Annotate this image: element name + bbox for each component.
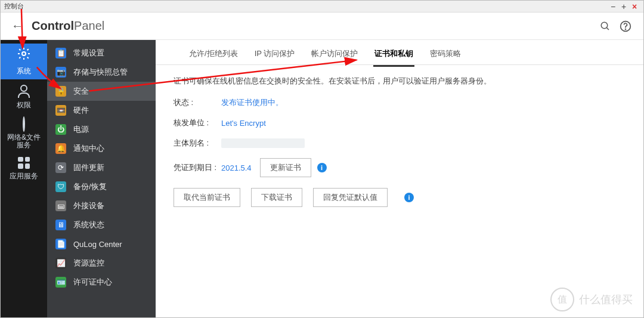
window-titlebar: 控制台 − + × xyxy=(1,1,643,13)
sidebar-item-label: 外接设备 xyxy=(73,200,104,211)
san-value-redacted xyxy=(221,138,305,148)
info-icon[interactable]: i xyxy=(404,193,414,202)
tab-password-policy[interactable]: 密码策略 xyxy=(429,48,462,65)
status-label: 状态 : xyxy=(174,97,221,108)
sidebar-item-label: 存储与快照总管 xyxy=(73,67,128,78)
tab-cert-key[interactable]: 证书和私钥 xyxy=(373,48,414,67)
person-icon xyxy=(18,85,30,98)
lock-icon: 🔒 xyxy=(55,86,66,97)
page-title: ControlPanel xyxy=(32,19,104,33)
grid-icon xyxy=(18,157,30,169)
issuer-value: Let's Encrypt xyxy=(221,119,266,128)
sidebar-item-label: 安全 xyxy=(73,86,89,97)
sidebar-item-label: 固件更新 xyxy=(73,162,104,173)
primary-nav-apps[interactable]: 应用服务 xyxy=(1,151,47,187)
primary-nav-label: 应用服务 xyxy=(10,171,38,181)
camera-icon: 📷 xyxy=(55,67,66,78)
content-panel: 允许/拒绝列表 IP 访问保护 帐户访问保护 证书和私钥 密码策略 证书可确保在… xyxy=(156,40,643,317)
primary-nav-label: 网络&文件 服务 xyxy=(7,134,41,149)
sidebar-item-label: 硬件 xyxy=(73,105,89,116)
primary-nav-network[interactable]: 网络&文件 服务 xyxy=(1,115,47,151)
power-icon: ⏻ xyxy=(55,124,66,135)
sidebar-item-hardware[interactable]: 📼 硬件 xyxy=(47,101,156,120)
sidebar-item-label: 系统状态 xyxy=(73,220,104,230)
help-icon[interactable] xyxy=(618,19,633,33)
sidebar-item-label: 备份/恢复 xyxy=(73,181,107,192)
sidebar-item-resource-monitor[interactable]: 📈 资源监控 xyxy=(47,254,156,273)
sidebar-item-storage-snapshot[interactable]: 📷 存储与快照总管 xyxy=(47,63,156,82)
primary-nav-privileges[interactable]: 权限 xyxy=(1,79,47,115)
sidebar-item-security[interactable]: 🔒 安全 xyxy=(47,82,156,101)
sidebar-item-license[interactable]: 🪪 许可证中心 xyxy=(47,273,156,292)
sidebar-item-label: 资源监控 xyxy=(73,258,104,268)
sidebar-item-label: 许可证中心 xyxy=(73,277,112,288)
expiry-value: 2021.5.4 xyxy=(221,163,252,172)
sidebar-item-system-status[interactable]: 🖥 系统状态 xyxy=(47,215,156,234)
window-minimize-button[interactable]: − xyxy=(608,2,618,11)
cert-info-form: 状态 : 发布证书使用中。 核发单位 : Let's Encrypt 主体别名 … xyxy=(156,97,643,177)
window-close-button[interactable]: × xyxy=(629,2,640,11)
watermark: 值 什么值得买 xyxy=(550,288,633,311)
chip-icon: 📼 xyxy=(55,105,66,116)
app-header: ← ControlPanel xyxy=(1,13,643,40)
svg-point-0 xyxy=(601,22,608,29)
bell-icon: 🔔 xyxy=(55,143,66,154)
sidebar-item-label: QuLog Center xyxy=(73,240,122,249)
download-cert-button[interactable]: 下载证书 xyxy=(251,188,302,207)
status-value: 发布证书使用中。 xyxy=(221,97,283,108)
restore-default-cert-button[interactable]: 回复凭证默认值 xyxy=(313,188,388,207)
san-label: 主体别名 : xyxy=(174,138,221,149)
sidebar-item-general[interactable]: 📋 常规设置 xyxy=(47,44,156,63)
primary-nav-label: 权限 xyxy=(17,100,31,110)
sidebar-item-label: 通知中心 xyxy=(73,143,104,154)
sidebar-item-external-device[interactable]: 🖴 外接设备 xyxy=(47,196,156,215)
sidebar-item-power[interactable]: ⏻ 电源 xyxy=(47,120,156,139)
backup-icon: 🛡 xyxy=(55,181,66,192)
monitor-icon: 🖥 xyxy=(55,220,66,230)
svg-line-1 xyxy=(606,27,609,30)
issuer-label: 核发单位 : xyxy=(174,118,221,128)
window-maximize-button[interactable]: + xyxy=(618,2,629,11)
gear-icon xyxy=(17,47,31,64)
update-icon: ⟳ xyxy=(55,162,66,173)
primary-nav: 系统 权限 网络&文件 服务 应用服务 xyxy=(1,40,47,317)
tab-ip-access[interactable]: IP 访问保护 xyxy=(253,48,296,65)
tab-account-access[interactable]: 帐户访问保护 xyxy=(310,48,359,65)
replace-cert-button[interactable]: 取代当前证书 xyxy=(174,188,240,207)
sidebar-item-notification[interactable]: 🔔 通知中心 xyxy=(47,139,156,158)
info-icon[interactable]: i xyxy=(317,163,327,172)
activity-icon: 📈 xyxy=(55,258,66,268)
sidebar-item-firmware[interactable]: ⟳ 固件更新 xyxy=(47,158,156,177)
sidebar-item-backup-restore[interactable]: 🛡 备份/恢复 xyxy=(47,177,156,196)
tabs-bar: 允许/拒绝列表 IP 访问保护 帐户访问保护 证书和私钥 密码策略 xyxy=(156,40,643,65)
expiry-label: 凭证到期日 : xyxy=(174,162,221,173)
secondary-nav: 📋 常规设置 📷 存储与快照总管 🔒 安全 📼 硬件 ⏻ 电源 🔔 通知中 xyxy=(47,40,156,317)
sidebar-item-qulog[interactable]: 📄 QuLog Center xyxy=(47,234,156,254)
watermark-text: 什么值得买 xyxy=(579,292,633,307)
sidebar-item-label: 电源 xyxy=(73,124,89,135)
watermark-badge: 值 xyxy=(550,288,574,311)
svg-point-4 xyxy=(22,52,26,55)
window-title: 控制台 xyxy=(4,2,24,11)
tab-allow-deny[interactable]: 允许/拒绝列表 xyxy=(188,48,239,65)
log-icon: 📄 xyxy=(55,239,66,249)
globe-icon xyxy=(23,118,25,131)
back-button[interactable]: ← xyxy=(11,19,23,33)
primary-nav-system[interactable]: 系统 xyxy=(1,44,47,79)
primary-nav-label: 系统 xyxy=(17,66,31,76)
search-icon[interactable] xyxy=(598,19,612,33)
renew-cert-button[interactable]: 更新证书 xyxy=(260,158,311,177)
sidebar-item-label: 常规设置 xyxy=(73,48,104,58)
device-icon: 🖴 xyxy=(55,200,66,211)
svg-point-3 xyxy=(626,29,626,29)
license-icon: 🪪 xyxy=(55,277,66,288)
section-description: 证书可确保在线机密信息在交换时的安全性。在安装证书后，用户可以验证用户服务器身份… xyxy=(156,65,643,97)
clipboard-icon: 📋 xyxy=(55,48,66,58)
